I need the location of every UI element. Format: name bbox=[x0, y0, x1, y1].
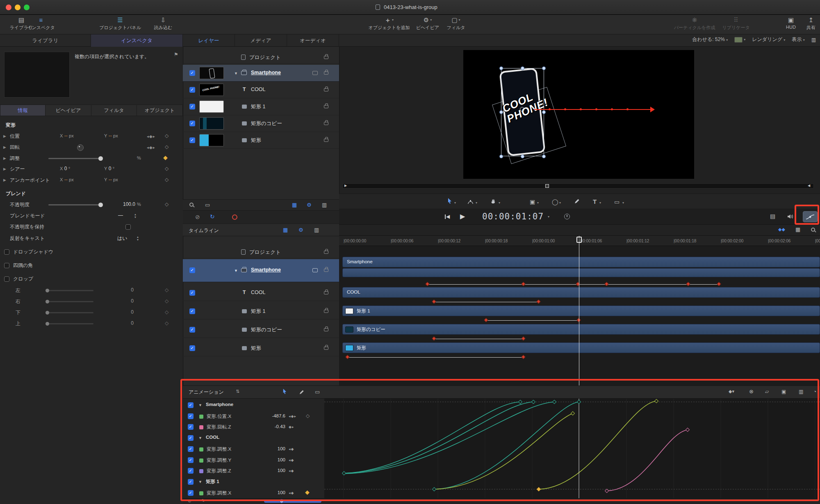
scrubber-out-arrow-icon[interactable]: ◀ bbox=[808, 184, 810, 187]
track-bar-3[interactable]: 矩形のコピー bbox=[342, 324, 820, 335]
tab-audio[interactable]: オーディオ bbox=[287, 34, 339, 47]
keyframe-diamond-icon[interactable]: ◇ bbox=[165, 144, 169, 150]
preserve-opacity-checkbox[interactable] bbox=[125, 224, 131, 230]
timeline-show-behaviors-icon[interactable]: ⚙ bbox=[298, 227, 303, 233]
four-corners-checkbox[interactable] bbox=[4, 263, 9, 268]
selection-handle[interactable] bbox=[542, 155, 546, 158]
timecode-display[interactable]: 00:00:01:07 bbox=[482, 212, 544, 221]
lock-icon[interactable] bbox=[324, 291, 328, 294]
keyframe-diamond-icon[interactable]: ◇ bbox=[165, 287, 169, 293]
canvas-stage[interactable]: COOL PHONE! bbox=[463, 50, 694, 179]
tab-inspector[interactable]: インスペクタ bbox=[91, 34, 183, 47]
hand-tool[interactable] bbox=[490, 198, 497, 206]
keyframe-diamond[interactable] bbox=[484, 318, 488, 322]
pen-tool[interactable] bbox=[574, 198, 580, 206]
mask-tool[interactable]: ◯ bbox=[552, 198, 558, 205]
project-row[interactable]: プロジェクト bbox=[183, 51, 339, 64]
tracks-area[interactable]: SmartphoneCOOL矩形 1矩形のコピー矩形 bbox=[339, 246, 820, 385]
keyframe-diamond[interactable] bbox=[346, 355, 350, 359]
layer-checkbox[interactable] bbox=[189, 267, 195, 273]
scrubber-in-arrow-icon[interactable]: ▶ bbox=[344, 184, 347, 187]
track-bar-sub-0[interactable] bbox=[342, 268, 820, 277]
rotation-dial[interactable] bbox=[77, 144, 84, 151]
lock-icon[interactable] bbox=[324, 310, 328, 313]
crop-top-slider[interactable] bbox=[46, 323, 93, 324]
record-icon[interactable] bbox=[232, 214, 237, 220]
crop-top-value[interactable]: 0 bbox=[123, 320, 134, 326]
toolbar-inspector-button[interactable]: ≡インスペクタ bbox=[27, 17, 55, 31]
disclosure-triangle[interactable]: ▶ bbox=[3, 178, 6, 182]
layer-checkbox[interactable] bbox=[189, 70, 195, 76]
lock-icon[interactable] bbox=[324, 88, 328, 91]
crop-tool[interactable]: ▣ bbox=[530, 198, 535, 205]
lock-icon[interactable] bbox=[324, 56, 328, 59]
dropshadow-checkbox[interactable] bbox=[4, 249, 9, 255]
toolbar-share-button[interactable]: ↥共有 bbox=[806, 17, 815, 31]
keyframe-diamond[interactable] bbox=[537, 300, 541, 304]
tab-media[interactable]: メディア bbox=[235, 34, 287, 47]
snap-keyframes-icon[interactable]: ◆◆ bbox=[778, 227, 785, 232]
disclosure-triangle[interactable]: ▶ bbox=[3, 134, 6, 138]
view-dropdown[interactable]: 表示 ▾ bbox=[792, 36, 804, 43]
disclosure-triangle[interactable]: ▼ bbox=[234, 71, 238, 75]
keyframe-diamond[interactable] bbox=[432, 300, 436, 304]
selection-handle[interactable] bbox=[499, 155, 503, 158]
selection-handle[interactable] bbox=[521, 66, 524, 70]
selection-handle[interactable] bbox=[521, 155, 524, 158]
go-to-start-button[interactable]: ◀ bbox=[445, 214, 450, 219]
position-y-field[interactable]: Y -- px bbox=[104, 133, 118, 139]
timeline-show-masks-icon[interactable]: ▦ bbox=[283, 227, 288, 233]
blend-mode-value[interactable]: — bbox=[118, 212, 123, 218]
scrubber-playhead[interactable] bbox=[545, 184, 549, 188]
lock-icon[interactable] bbox=[324, 328, 328, 331]
timeline-row-project[interactable]: プロジェクト bbox=[183, 246, 339, 258]
layer-checkbox[interactable] bbox=[189, 87, 195, 93]
traffic-light-minimize[interactable] bbox=[15, 5, 20, 10]
timeline-row-smartphone[interactable]: ▼ Smartphone bbox=[183, 259, 339, 282]
scale-slider[interactable] bbox=[48, 158, 102, 159]
traffic-light-zoom[interactable] bbox=[24, 5, 30, 10]
toolbar-behaviors-button[interactable]: ⚙▾ビヘイビア bbox=[416, 17, 439, 31]
shear-y-field[interactable]: Y 0 ° bbox=[104, 166, 114, 171]
keyframe-diamond[interactable] bbox=[686, 282, 690, 286]
keyframe-diamond[interactable] bbox=[522, 282, 526, 286]
disclosure-triangle[interactable]: ▼ bbox=[234, 269, 238, 273]
lock-icon[interactable] bbox=[324, 269, 328, 272]
crop-left-slider[interactable] bbox=[46, 290, 93, 291]
show-filters-icon[interactable]: ▥ bbox=[322, 202, 327, 208]
layer-row-rectcopy[interactable]: 矩形のコピー bbox=[183, 115, 339, 132]
playhead-line[interactable] bbox=[579, 236, 579, 385]
toolbar-hud-button[interactable]: ▣HUD bbox=[786, 17, 796, 30]
toolbar-project-panel-button[interactable]: ☰プロジェクトパネル bbox=[99, 17, 141, 31]
position-x-field[interactable]: X -- px bbox=[60, 133, 74, 139]
stepper-icon[interactable]: ▲▼ bbox=[133, 213, 138, 219]
timeline-show-filters-icon[interactable]: ▥ bbox=[314, 227, 319, 233]
tab-library[interactable]: ライブラリ bbox=[0, 34, 91, 47]
selection-handle[interactable] bbox=[542, 110, 546, 114]
keyframe-diamond-icon[interactable]: ◇ bbox=[165, 298, 169, 304]
shape-tool[interactable]: ▭ bbox=[614, 198, 620, 205]
crop-bottom-value[interactable]: 0 bbox=[123, 309, 134, 315]
active-keyframe-icon[interactable]: ◆ bbox=[163, 154, 168, 161]
crop-right-value[interactable]: 0 bbox=[123, 298, 134, 304]
crop-right-slider[interactable] bbox=[46, 301, 93, 302]
layer-row-rect[interactable]: 矩形 bbox=[183, 132, 339, 149]
channels-swatch-dropdown[interactable]: ▾ bbox=[734, 37, 745, 43]
disclosure-triangle[interactable]: ▶ bbox=[3, 156, 6, 160]
timeline-row-rect1[interactable]: 矩形 1 bbox=[183, 304, 339, 319]
anchor-x-field[interactable]: X -- px bbox=[60, 177, 74, 182]
edit-points-tool[interactable] bbox=[467, 199, 474, 206]
keyframe-diamond-icon[interactable]: ◇ bbox=[165, 177, 169, 182]
keyframe-diamond-icon[interactable]: ◇ bbox=[165, 320, 169, 326]
lock-icon[interactable] bbox=[324, 251, 328, 254]
timeline-row-rectcopy[interactable]: 矩形のコピー bbox=[183, 322, 339, 338]
keyframe-nav-icons[interactable]: ◂◆▸ bbox=[147, 145, 155, 150]
canvas-scrubber[interactable] bbox=[342, 183, 814, 189]
keyframe-diamond[interactable] bbox=[605, 282, 609, 286]
mute-icon[interactable]: ⊘ bbox=[195, 214, 200, 220]
layer-row-rect1[interactable]: 矩形 1 bbox=[183, 98, 339, 115]
inspector-tab-object[interactable]: オブジェクト bbox=[137, 105, 183, 116]
track-bar-0[interactable]: Smartphone bbox=[342, 257, 820, 267]
hud-panel-icon[interactable]: ▤ bbox=[770, 213, 775, 219]
track-bar-4[interactable]: 矩形 bbox=[342, 342, 820, 353]
